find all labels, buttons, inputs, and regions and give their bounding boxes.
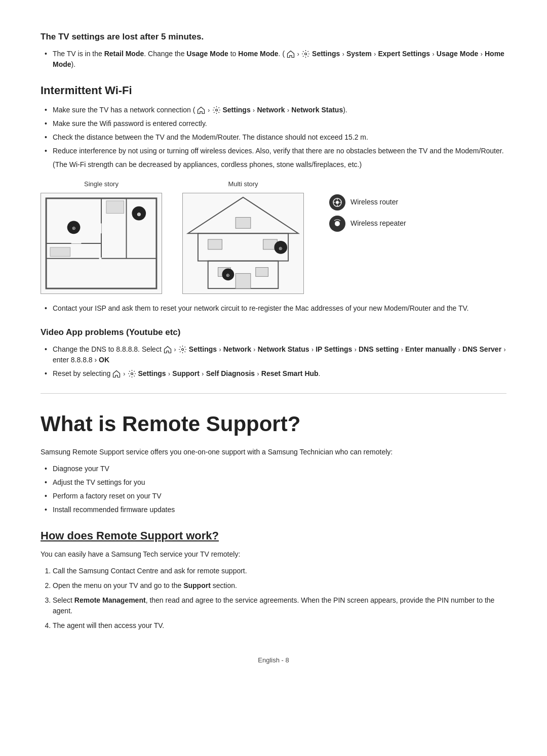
video-nav-diag: Self Diagnosis	[206, 369, 255, 377]
wifi-bullet1: Make sure the TV has a network connectio…	[45, 105, 506, 115]
svg-point-32	[181, 349, 183, 351]
tv-settings-b1-mid: . Change the	[144, 50, 186, 58]
wifi-section: Intermittent Wi-Fi Make sure the TV has …	[41, 82, 506, 314]
legend-router-icon	[329, 194, 345, 211]
legend-router-item: Wireless router	[329, 194, 406, 211]
video-b1-pre: Change the DNS to 8.8.8.8. Select	[53, 345, 164, 353]
tv-settings-bullets: The TV is in the Retail Mode. Change the…	[41, 49, 506, 70]
how-works-steps: Call the Samsung Contact Centre and ask …	[41, 566, 506, 631]
home-icon	[287, 50, 295, 58]
home-icon-2	[197, 106, 205, 114]
video-app-bullet1: Change the DNS to 8.8.8.8. Select › Sett…	[45, 344, 506, 365]
svg-text:⊛: ⊛	[279, 246, 283, 251]
tv-settings-b1-path: . (	[279, 50, 285, 58]
legend-repeater-item: Wireless repeater	[329, 216, 406, 232]
video-nav-reset: Reset Smart Hub	[261, 369, 319, 377]
wifi-bullets: Make sure the TV has a network connectio…	[41, 105, 506, 156]
svg-rect-23	[236, 273, 251, 288]
legend-router-label: Wireless router	[350, 197, 398, 207]
rs-bullet-1: Diagnose your TV	[45, 464, 506, 474]
nav-system: System	[346, 50, 372, 58]
settings-icon	[301, 50, 310, 58]
video-nav-settings2: Settings	[138, 369, 166, 377]
legend-repeater-icon	[329, 216, 345, 232]
remote-support-title: What is Remote Support?	[41, 408, 506, 440]
svg-point-33	[131, 373, 133, 375]
multi-story-block: Multi story ⊛	[182, 179, 304, 295]
svg-point-30	[336, 201, 339, 204]
hw-step-4: The agent will then access your TV.	[53, 620, 506, 631]
wifi-bullet4: Reduce interference by not using or turn…	[45, 146, 506, 156]
remote-support-section: What is Remote Support? Samsung Remote S…	[41, 408, 506, 515]
svg-rect-24	[236, 218, 251, 229]
wifi-bullet5: Contact your ISP and ask them to reset y…	[45, 303, 506, 314]
multi-story-label: Multi story	[228, 179, 258, 189]
rs-bullet-2: Adjust the TV settings for you	[45, 477, 506, 488]
video-app-bullet2: Reset by selecting › Settings › Support …	[45, 368, 506, 379]
hw-step-3-bold: Remote Management	[74, 596, 146, 604]
wifi-note: (The Wi-Fi strength can be decreased by …	[53, 159, 506, 170]
remote-support-bullets: Diagnose your TV Adjust the TV settings …	[41, 464, 506, 515]
video-nav-ok: OK	[99, 356, 109, 364]
wifi-b1-pre: Make sure the TV has a network connectio…	[53, 106, 195, 114]
video-app-title: Video App problems (Youtube etc)	[41, 326, 506, 339]
video-nav-server: DNS Server	[462, 345, 501, 353]
multi-story-floorplan: ⊛ ⊛	[182, 193, 304, 294]
hw-step-2-pre: Open the menu on your TV and go to the	[53, 581, 183, 590]
how-works-intro: You can easily have a Samsung Tech servi…	[41, 549, 506, 560]
svg-point-1	[215, 109, 217, 111]
hw-step-2-bold: Support	[183, 581, 211, 590]
hw-step-3-pre: Select	[53, 596, 74, 604]
video-nav-enter: Enter manually	[405, 345, 456, 353]
svg-rect-11	[106, 201, 124, 214]
page-footer: English - 8	[41, 655, 506, 665]
svg-text:⊛: ⊛	[226, 273, 230, 278]
hw-step-1: Call the Samsung Contact Centre and ask …	[53, 566, 506, 576]
home-icon-4	[112, 370, 121, 378]
footer-text: English - 8	[258, 656, 289, 664]
single-story-block: Single story ⊛	[41, 179, 162, 295]
nav-expert-settings: Expert Settings	[378, 50, 430, 58]
wifi-bullet3: Check the distance between the TV and th…	[45, 132, 506, 143]
settings-icon-4	[128, 369, 136, 378]
single-story-label: Single story	[84, 179, 119, 189]
video-nav-dns: DNS setting	[359, 345, 399, 353]
settings-icon-3	[178, 345, 187, 354]
svg-rect-19	[208, 239, 222, 249]
single-story-floorplan: ⊛ ⊛	[41, 193, 162, 294]
video-nav-network: Network	[223, 345, 251, 353]
wifi-nav-settings: Settings	[222, 106, 250, 114]
nav-settings: Settings	[312, 50, 340, 58]
video-nav-support: Support	[172, 369, 200, 377]
video-nav-ip: IP Settings	[316, 345, 352, 353]
video-nav-status: Network Status	[258, 345, 309, 353]
rs-bullet-4: Install recommended firmware updates	[45, 505, 506, 515]
legend-block: Wireless router Wireless repeater	[329, 194, 406, 232]
hw-step-2-post: section.	[211, 581, 237, 590]
video-nav-settings: Settings	[189, 345, 217, 353]
svg-rect-22	[256, 268, 268, 277]
video-app-section: Video App problems (Youtube etc) Change …	[41, 326, 506, 379]
nav-usage-mode: Usage Mode	[437, 50, 478, 58]
home-icon-3	[164, 346, 172, 354]
settings-icon-2	[212, 106, 221, 114]
rs-bullet-3: Perform a factory reset on your TV	[45, 491, 506, 501]
tv-settings-bullet1: The TV is in the Retail Mode. Change the…	[45, 49, 506, 70]
svg-point-0	[305, 53, 307, 55]
how-works-title: How does Remote Support work?	[41, 527, 506, 544]
wifi-bullets-2: Contact your ISP and ask them to reset y…	[41, 303, 506, 314]
wifi-nav-network: Network	[257, 106, 285, 114]
svg-text:⊛: ⊛	[137, 212, 141, 217]
remote-support-intro: Samsung Remote Support service offers yo…	[41, 447, 506, 457]
wifi-nav-status: Network Status	[291, 106, 343, 114]
tv-settings-b1-pre: The TV is in the	[53, 50, 104, 58]
tv-settings-section: The TV settings are lost after 5 minutes…	[41, 30, 506, 70]
tv-settings-b1-to: to	[228, 50, 238, 58]
tv-settings-retail-mode: Retail Mode	[104, 50, 144, 58]
diagram-section: Single story ⊛	[41, 179, 506, 295]
video-app-bullets: Change the DNS to 8.8.8.8. Select › Sett…	[41, 344, 506, 379]
tv-settings-usage-mode: Usage Mode	[186, 50, 228, 58]
legend-repeater-label: Wireless repeater	[350, 218, 406, 229]
wifi-title: Intermittent Wi-Fi	[41, 82, 506, 99]
wifi-bullet2: Make sure the Wifi password is entered c…	[45, 118, 506, 129]
